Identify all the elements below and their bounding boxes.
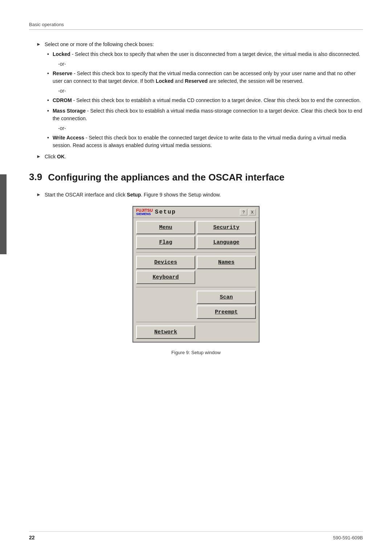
section-title: Configuring the appliances and the OSCAR… (48, 171, 285, 184)
empty-cell-4 (197, 325, 256, 339)
section-bar (0, 174, 7, 254)
dialog-title-left: FUJITSU SIEMENS Setup (136, 208, 176, 216)
section-heading: 3.9 Configuring the appliances and the O… (29, 171, 363, 184)
preempt-button[interactable]: Preempt (197, 305, 256, 319)
help-button[interactable]: ? (240, 209, 247, 215)
instruction-bullet: ► Start the OSCAR interface and click Se… (36, 191, 363, 199)
siemens-name: SIEMENS (136, 212, 153, 216)
page-container: Basic operations ► Select one or more of… (0, 0, 392, 555)
section-number: 3.9 (29, 171, 42, 183)
dot-icon: • (47, 108, 49, 114)
arrow-icon: ► (36, 192, 41, 197)
sub-bullet-write-access: • Write Access - Select this check box t… (47, 134, 363, 149)
click-ok-text: Click OK. (45, 153, 66, 161)
bullet-select: ► Select one or more of the following ch… (36, 41, 363, 48)
setup-dialog: FUJITSU SIEMENS Setup ? X Menu Security … (132, 206, 260, 343)
dot-icon: • (47, 51, 49, 57)
empty-cell-2 (136, 291, 195, 304)
or-text-2: -or- (58, 88, 363, 94)
instruction-text: Start the OSCAR interface and click Setu… (45, 191, 221, 199)
dialog-controls[interactable]: ? X (240, 209, 256, 215)
language-button[interactable]: Language (197, 236, 256, 249)
security-button[interactable]: Security (197, 221, 256, 234)
sub-bullet-reserve: • Reserve - Select this check box to spe… (47, 70, 363, 85)
click-ok-bullet: ► Click OK. (36, 153, 363, 161)
dot-icon: • (47, 97, 49, 103)
reserve-text: Reserve - Select this check box to speci… (53, 70, 363, 85)
menu-button[interactable]: Menu (136, 221, 195, 234)
separator-3 (136, 322, 256, 323)
dialog-title-text: Setup (155, 209, 176, 215)
or-text-1: -or- (58, 61, 363, 67)
write-access-text: Write Access - Select this check box to … (53, 134, 363, 149)
sub-bullet-locked: • Locked - Select this check box to spec… (47, 50, 363, 58)
bullet-intro-text: Select one or more of the following chec… (45, 41, 154, 48)
fujitsu-logo: FUJITSU SIEMENS (136, 208, 153, 216)
empty-cell-1 (197, 271, 256, 284)
arrow-icon: ► (36, 41, 41, 47)
separator-1 (136, 252, 256, 253)
doc-number: 590-591-609B (333, 535, 363, 540)
sub-bullet-mass-storage: • Mass Storage - Select this check box t… (47, 107, 363, 122)
flag-button[interactable]: Flag (136, 236, 195, 249)
empty-cell-3 (136, 305, 195, 319)
page-label: Basic operations (29, 22, 363, 30)
locked-text: Locked - Select this check box to specif… (53, 50, 360, 58)
keyboard-button[interactable]: Keyboard (136, 271, 195, 284)
sub-bullets: • Locked - Select this check box to spec… (47, 50, 363, 149)
names-button[interactable]: Names (197, 256, 256, 269)
dot-icon: • (47, 135, 49, 141)
page-number: 22 (29, 535, 35, 540)
mass-storage-text: Mass Storage - Select this check box to … (53, 107, 363, 122)
dialog-titlebar: FUJITSU SIEMENS Setup ? X (133, 207, 259, 218)
close-button[interactable]: X (249, 209, 256, 215)
figure-caption: Figure 9: Setup window (29, 350, 363, 355)
or-text-3: -or- (58, 125, 363, 131)
dot-icon: • (47, 70, 49, 76)
arrow-icon: ► (36, 154, 41, 159)
separator-2 (136, 287, 256, 288)
devices-button[interactable]: Devices (136, 256, 195, 269)
scan-button[interactable]: Scan (197, 291, 256, 304)
content-area: ► Select one or more of the following ch… (36, 41, 363, 161)
cdrom-text: CDROM - Select this check box to establi… (53, 97, 361, 104)
page-footer: 22 590-591-609B (29, 531, 363, 540)
dialog-body: Menu Security Flag Language Devices Name… (133, 218, 259, 342)
network-button[interactable]: Network (136, 325, 195, 339)
sub-bullet-cdrom: • CDROM - Select this check box to estab… (47, 97, 363, 104)
